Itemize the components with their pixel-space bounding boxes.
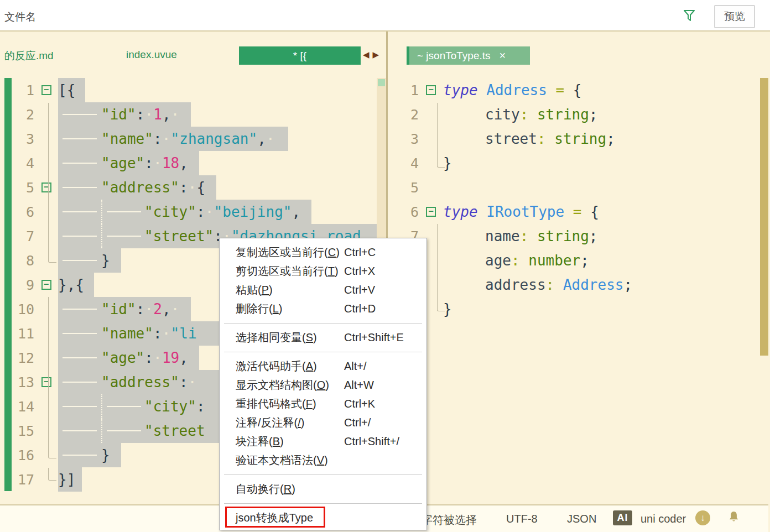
menu-item-1[interactable]: 剪切选区或当前行(T)Ctrl+X <box>220 262 426 280</box>
uni-coder-label[interactable]: uni coder <box>641 513 686 525</box>
code-text: "age":·18, <box>58 151 199 175</box>
menu-item-5[interactable]: 选择相同变量(S)Ctrl+Shift+E <box>220 328 426 347</box>
line-number: 2 <box>388 107 419 123</box>
fold-guide <box>48 297 49 450</box>
whitespace-dot: · <box>266 131 275 147</box>
code-text: "address":· <box>58 370 236 394</box>
tab-md-file[interactable]: 的反应.md <box>4 49 54 63</box>
token: name <box>485 224 520 248</box>
token: } <box>101 443 110 467</box>
notification-bell-icon[interactable] <box>728 510 740 526</box>
tab-index-uvue[interactable]: index.uvue <box>126 49 177 61</box>
menu-item-3[interactable]: 删除行(L)Ctrl+D <box>220 299 426 318</box>
gutter: − <box>34 182 58 192</box>
token: , <box>257 127 266 151</box>
tab-indent-marker <box>101 200 144 224</box>
language-indicator[interactable]: JSON <box>567 513 596 525</box>
tab-scroll-arrows[interactable]: ◀▶ <box>363 50 382 60</box>
menu-item-label: 剪切选区或当前行(T) <box>220 264 344 279</box>
token: "beijing" <box>214 200 292 224</box>
right-code-pane[interactable]: 1−type Address = {2city: string;3street:… <box>388 78 759 504</box>
token: ; <box>606 127 615 151</box>
menu-item-0[interactable]: 复制选区或当前行(C)Ctrl+C <box>220 243 426 262</box>
token: , <box>162 102 171 127</box>
menu-item-9[interactable]: 重排代码格式(F)Ctrl+K <box>220 394 426 413</box>
code-text: "city": <box>58 394 244 419</box>
whitespace-dot: · <box>144 106 153 123</box>
tab-scroll-left-icon[interactable]: ◀ <box>363 50 373 59</box>
menu-item-shortcut: Ctrl+V <box>344 284 426 296</box>
code-text: [{ <box>58 78 85 102</box>
selection-highlight: "id":·1,· <box>58 102 191 127</box>
selection-highlight: },{ <box>58 273 94 297</box>
menu-item-12[interactable]: 验证本文档语法(V) <box>220 451 426 470</box>
whitespace-dot: · <box>153 155 162 171</box>
token: : <box>153 321 162 346</box>
tab-scroll-right-icon[interactable]: ▶ <box>373 50 383 59</box>
token: = <box>556 78 565 102</box>
code-text: "id":·1,· <box>58 102 191 127</box>
code-text: } <box>58 443 121 467</box>
fold-guide <box>437 224 438 303</box>
fold-marker-icon[interactable]: − <box>41 182 51 192</box>
selection-highlight: }] <box>58 467 82 492</box>
token: ; <box>589 224 598 248</box>
token: "age" <box>101 151 144 175</box>
code-text: "age":·19, <box>58 346 199 370</box>
close-icon[interactable]: × <box>500 49 506 62</box>
tab-active-json[interactable]: * [{ <box>239 46 361 65</box>
code-line: 5−"address":·{ <box>4 175 377 200</box>
line-number: 3 <box>4 131 34 147</box>
fold-guide <box>437 103 438 159</box>
menu-item-7[interactable]: 激活代码助手(A)Alt+/ <box>220 357 426 375</box>
token: = <box>573 200 582 224</box>
menu-item-shortcut: Ctrl+D <box>344 302 426 315</box>
fold-marker-icon[interactable]: − <box>41 377 51 387</box>
fold-marker-icon[interactable]: − <box>41 85 51 95</box>
code-text: address: Address; <box>443 273 632 297</box>
filter-funnel-icon[interactable] <box>683 9 695 25</box>
right-scrollbar-thumb[interactable] <box>760 78 768 356</box>
menu-item-10[interactable]: 注释/反注释(/)Ctrl+/ <box>220 413 426 432</box>
selection-highlight: "age":·19, <box>58 346 199 370</box>
preview-button[interactable]: 预览 <box>714 5 755 28</box>
token <box>564 200 573 224</box>
code-line: 7name: string; <box>388 224 759 248</box>
token: "address" <box>101 175 179 200</box>
token: : <box>546 273 555 297</box>
fold-marker-icon[interactable]: − <box>41 280 51 290</box>
encoding-indicator[interactable]: UTF-8 <box>506 513 538 525</box>
token: { <box>573 78 582 102</box>
fold-marker-icon[interactable]: − <box>426 85 436 95</box>
menu-item-8[interactable]: 显示文档结构图(O)Alt+W <box>220 375 426 394</box>
code-text: "name":·"li <box>58 321 236 346</box>
menu-item-11[interactable]: 块注释(B)Ctrl+Shift+/ <box>220 432 426 451</box>
token: IRootType <box>486 200 564 224</box>
tab-indent-marker <box>58 443 101 467</box>
menu-item-shortcut: Alt+W <box>344 379 426 392</box>
menu-item-2[interactable]: 粘贴(P)Ctrl+V <box>220 280 426 299</box>
download-update-icon[interactable]: ↓ <box>695 510 710 525</box>
menu-item-14[interactable]: 自动换行(R) <box>220 479 426 498</box>
menu-separator <box>220 470 426 479</box>
fold-guide-corner <box>437 303 445 311</box>
code-text: age: number; <box>443 248 589 273</box>
line-number: 14 <box>4 399 34 415</box>
token: city <box>485 102 520 127</box>
code-text: type IRootType = { <box>443 200 599 224</box>
token: "address" <box>101 370 179 394</box>
token: }] <box>58 467 75 492</box>
fold-marker-icon[interactable]: − <box>426 207 436 217</box>
token <box>547 78 556 102</box>
selection-highlight: "name":·"zhangsan",· <box>58 127 288 151</box>
token: "city" <box>144 394 196 419</box>
tab-jsontotype-ts[interactable]: ~ jsonToType.ts × <box>407 46 530 65</box>
left-scrollbar-thumb[interactable] <box>378 79 385 86</box>
ai-badge[interactable]: AI <box>613 510 632 525</box>
selection-highlight: "name":·"li <box>58 321 236 346</box>
line-number: 8 <box>4 253 34 269</box>
tab-indent-marker <box>101 224 144 248</box>
code-line: 6−type IRootType = { <box>388 200 759 224</box>
token <box>520 248 529 273</box>
tab-indent-marker <box>58 248 101 273</box>
